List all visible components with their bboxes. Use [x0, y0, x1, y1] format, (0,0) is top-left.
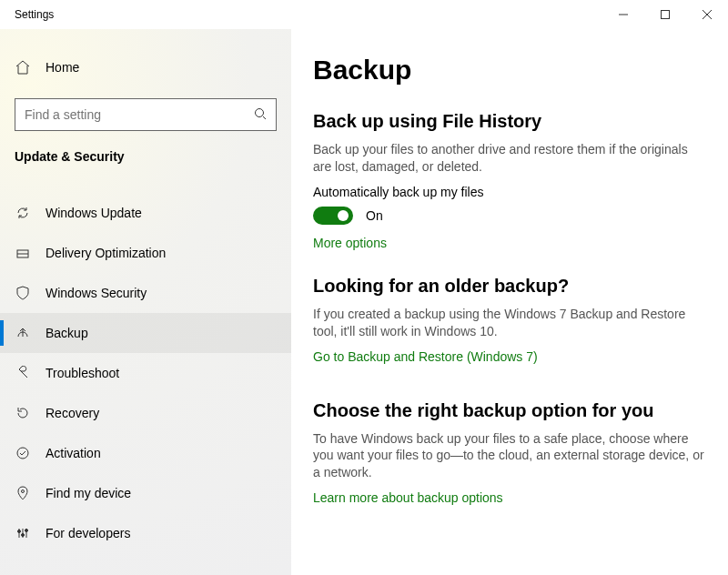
close-button[interactable]: [686, 0, 728, 29]
developer-icon: [15, 526, 31, 540]
svg-point-16: [25, 530, 28, 532]
sidebar-item-delivery-optimization[interactable]: Delivery Optimization: [0, 233, 291, 273]
sidebar-item-backup[interactable]: Backup: [0, 313, 291, 353]
search-box[interactable]: [15, 98, 277, 131]
svg-point-15: [22, 534, 25, 537]
sidebar-item-for-developers[interactable]: For developers: [0, 513, 291, 553]
section-choose-backup: Choose the right backup option for you T…: [313, 400, 706, 506]
sidebar-home-label: Home: [46, 60, 79, 75]
sidebar-nav: Windows Update Delivery Optimization Win…: [0, 177, 291, 553]
sidebar-item-windows-security[interactable]: Windows Security: [0, 273, 291, 313]
sidebar-item-label: Find my device: [46, 486, 131, 500]
sidebar: Home Update & Security Windows Update De…: [0, 29, 291, 575]
sidebar-item-label: Backup: [46, 326, 88, 340]
svg-line-5: [263, 116, 266, 119]
section-older-backup: Looking for an older backup? If you crea…: [313, 276, 706, 364]
svg-point-14: [18, 530, 21, 533]
sidebar-item-activation[interactable]: Activation: [0, 433, 291, 473]
sidebar-item-label: Activation: [46, 446, 101, 460]
section-desc: Back up your files to another drive and …: [313, 141, 704, 176]
section-heading: Back up using File History: [313, 111, 706, 132]
section-desc: To have Windows back up your files to a …: [313, 430, 704, 482]
shield-icon: [15, 286, 31, 300]
window-controls: [602, 0, 728, 29]
svg-point-4: [256, 108, 264, 116]
delivery-icon: [15, 246, 31, 260]
sidebar-item-label: For developers: [46, 526, 130, 540]
auto-backup-toggle[interactable]: [313, 207, 353, 225]
sync-icon: [15, 206, 31, 220]
sidebar-item-label: Recovery: [46, 406, 99, 420]
section-file-history: Back up using File History Back up your …: [313, 111, 706, 250]
learn-more-link[interactable]: Learn more about backup options: [313, 490, 706, 505]
search-icon: [254, 107, 267, 123]
main-content: Backup Back up using File History Back u…: [291, 29, 728, 575]
recovery-icon: [15, 406, 31, 420]
page-title: Backup: [313, 55, 706, 86]
search-input[interactable]: [25, 107, 254, 122]
sidebar-home[interactable]: Home: [0, 47, 291, 87]
more-options-link[interactable]: More options: [313, 236, 706, 250]
maximize-button[interactable]: [644, 0, 686, 29]
home-icon: [15, 59, 31, 76]
svg-rect-1: [662, 11, 670, 19]
sidebar-item-label: Delivery Optimization: [46, 246, 166, 260]
sidebar-category: Update & Security: [0, 144, 291, 177]
backup-icon: [15, 326, 31, 340]
toggle-state: On: [366, 208, 383, 223]
svg-point-9: [17, 448, 28, 459]
wrench-icon: [15, 366, 31, 380]
check-circle-icon: [15, 446, 31, 460]
section-heading: Looking for an older backup?: [313, 276, 706, 297]
sidebar-item-windows-update[interactable]: Windows Update: [0, 193, 291, 233]
sidebar-item-recovery[interactable]: Recovery: [0, 393, 291, 433]
sidebar-item-label: Windows Update: [46, 206, 142, 220]
sidebar-item-label: Windows Security: [46, 286, 147, 300]
backup-restore-link[interactable]: Go to Backup and Restore (Windows 7): [313, 349, 706, 364]
window-title: Settings: [15, 8, 54, 21]
section-heading: Choose the right backup option for you: [313, 400, 706, 421]
toggle-label: Automatically back up my files: [313, 185, 706, 199]
sidebar-item-find-my-device[interactable]: Find my device: [0, 473, 291, 513]
location-icon: [15, 486, 31, 500]
sidebar-item-troubleshoot[interactable]: Troubleshoot: [0, 353, 291, 393]
section-desc: If you created a backup using the Window…: [313, 306, 704, 340]
svg-point-10: [22, 490, 25, 493]
sidebar-item-label: Troubleshoot: [46, 366, 119, 380]
minimize-button[interactable]: [602, 0, 644, 29]
titlebar: Settings: [0, 0, 728, 29]
